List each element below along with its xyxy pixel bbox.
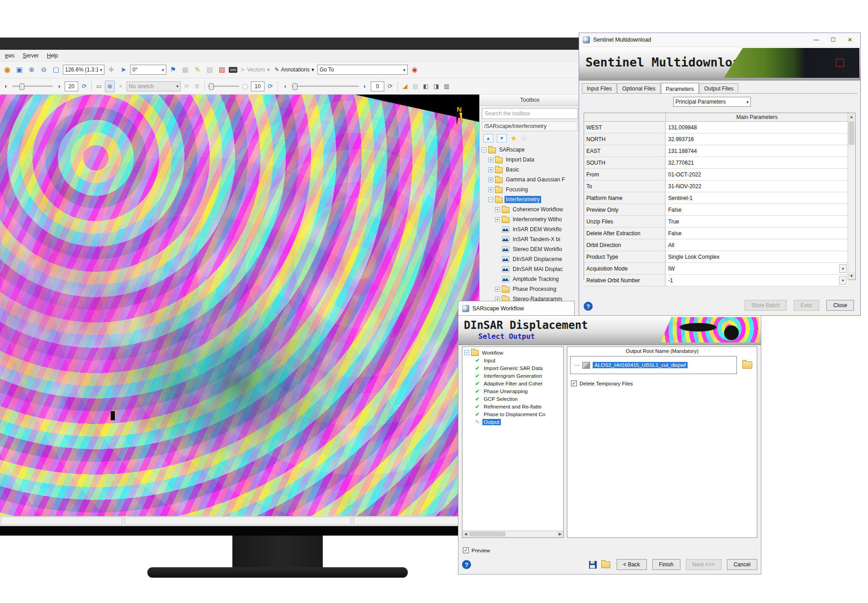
tree-expander-icon[interactable]: − [481,147,486,152]
wireframe-icon[interactable]: ▦ [180,64,191,75]
brightness-input[interactable]: 20 [65,81,78,91]
tab[interactable]: Optional Files [617,83,660,94]
transparency-reset-icon[interactable]: ⟳ [386,81,395,92]
unfavorite-star-icon[interactable]: ☆ [520,135,527,142]
workflow-step-item[interactable]: ✔ Refinement and Re-flatte [464,403,563,410]
tree-expander-icon[interactable]: + [495,207,500,212]
parameter-value-cell[interactable]: 131.009848 [665,122,848,133]
mask-icon[interactable]: ▧ [217,64,227,75]
tree-expander-icon[interactable]: + [488,167,493,172]
flag-icon[interactable]: ⚑ [168,64,179,75]
menu-item[interactable]: ews [1,51,19,60]
grid-icon[interactable]: ▨ [204,64,215,75]
parameter-value-cell[interactable]: 31-NOV-2022 [665,180,848,192]
tree-expander-icon[interactable]: + [488,187,493,192]
toolbox-tree-item[interactable]: + Focusing [480,185,580,195]
tree-expander-icon[interactable]: + [488,157,493,162]
layout-single-icon[interactable]: ◧ [421,81,430,92]
pan-icon[interactable]: ✚ [106,64,117,75]
toolbox-tree-item[interactable]: InSAR DEM Workflo [480,224,580,234]
parameter-value-cell[interactable]: Single Look Complex [665,251,848,262]
scroll-down-icon[interactable]: ▼ [848,272,855,280]
parameter-value-cell[interactable]: True [665,216,848,227]
close-button[interactable]: ✕ [843,37,857,43]
workflow-help-button[interactable]: ? [462,560,471,569]
toolbox-tree-item[interactable]: Stereo DEM Workflo [480,244,580,254]
image-icon[interactable]: ▤ [411,81,420,92]
toolbox-tree-item[interactable]: DInSAR MAI Displac [480,264,580,274]
toolbox-search-input[interactable]: Search the toolbox [482,108,578,119]
scroll-left-icon[interactable]: ◀ [462,531,469,537]
layout-grid-icon[interactable]: ▥ [442,81,451,92]
tab[interactable]: Parameters [661,83,699,94]
workflow-step-item[interactable]: ✔ Phase Unwrapping [464,387,563,395]
workflow-step-item[interactable]: ✎ Output [464,418,563,426]
stretch-reset-icon[interactable]: ⟳ [182,81,191,92]
table-scrollbar[interactable]: ▲ ▼ [848,113,855,280]
color-ramp-icon[interactable]: ◢ [401,81,410,92]
equalize-icon[interactable]: ≣ [193,81,202,92]
zoom-in-icon[interactable]: ⊕ [26,64,37,75]
toolbox-tree-item[interactable]: − Interferometry [480,195,580,204]
brightness-slider[interactable] [12,85,53,87]
delete-temp-files-row[interactable]: ✓ Delete Temporary Files [571,380,633,386]
dialog-button[interactable]: Close [826,300,854,311]
toolbox-tree-item[interactable]: − SARscape [480,145,580,155]
parameter-value-cell[interactable]: False [665,228,848,239]
workflow-step-item[interactable]: ✔ Input [464,356,563,364]
dropdown-arrow-icon[interactable]: ▾ [839,276,847,285]
scrollbar-thumb[interactable] [849,121,854,145]
parameter-value-cell[interactable]: 131.188744 [665,145,848,157]
tree-expander-icon[interactable]: + [488,177,493,182]
workflow-step-item[interactable]: ✔ GCP Selection [464,395,563,403]
toolbox-tree-item[interactable]: + Basic [480,165,580,175]
tree-expander-icon[interactable]: − [464,350,469,355]
expand-all-button[interactable]: ▼ [497,134,507,142]
toolbox-tree-item[interactable]: + Import Data [480,155,580,165]
scroll-up-icon[interactable]: ▲ [848,113,855,120]
delete-temp-checkbox[interactable]: ✓ [571,380,577,386]
image-display-area[interactable]: N [0,95,479,516]
dialog-button[interactable]: Cancel [727,559,757,570]
tree-expander-icon[interactable]: − [488,197,493,202]
save-icon[interactable] [589,561,597,569]
placemark-icon[interactable]: ◉ [409,64,420,75]
steps-horizontal-scrollbar[interactable]: ◀ ▶ [462,531,563,537]
toolbox-tree-item[interactable]: + Interferometry Witho [480,214,580,224]
parameter-group-combo[interactable]: Principal Parameters ▾ [673,97,751,107]
brightness-reset-icon[interactable]: ⟳ [80,81,89,92]
goto-combo[interactable]: Go To ▾ [317,65,408,75]
dialog-button[interactable]: Next >>> [686,559,722,570]
transparency-input[interactable]: 0 [371,81,384,91]
transparency-slider[interactable] [291,85,359,87]
zoom-level-combo[interactable]: 126.6% (1.3:1) ▾ [63,65,104,75]
parameter-value-cell[interactable]: 32.993716 [665,133,848,145]
collapse-all-button[interactable]: ▲ [483,134,493,142]
tab[interactable]: Output Files [699,83,739,94]
parameter-value-cell[interactable]: False [665,204,848,215]
coordinate-badge-icon[interactable]: 009 [229,67,237,73]
fly-icon[interactable]: ➤ [118,64,129,75]
sharpen-reset-icon[interactable]: ⟳ [266,81,275,92]
crosshair-icon[interactable]: ⌖ [116,81,125,92]
parameter-value-cell[interactable]: -1 ▾ [665,275,848,286]
workflow-step-item[interactable]: ✔ Adaptive Filter and Coher [464,380,563,387]
sharpen-input[interactable]: 10 [251,81,264,91]
dropdown-arrow-icon[interactable]: ▾ [839,264,847,273]
tree-expander-icon[interactable]: + [495,287,500,292]
sharpen-slider[interactable] [208,85,239,87]
zoom-out-icon[interactable]: ⊖ [38,64,49,75]
menu-item[interactable]: Help [43,51,62,60]
parameter-value-cell[interactable]: Sentinel-1 [665,192,848,204]
toolbox-tree-item[interactable]: + Phase Processing [480,284,580,294]
preview-row[interactable]: ✓ Preview [463,547,490,553]
workflow-step-item[interactable]: ✔ Import Generic SAR Data [464,364,563,372]
toolbox-tree-item[interactable]: + Coherence Workflow [480,204,580,214]
toolbox-path[interactable]: /SARscape/Interferometry [482,121,578,131]
tree-expander-icon[interactable]: + [495,217,500,222]
rotation-combo[interactable]: 0° ▾ [130,65,166,75]
dialog-button[interactable]: Finish [652,559,680,570]
parameter-value-cell[interactable]: IW ▾ [665,263,848,274]
toolbox-tree-item[interactable]: DInSAR Displaceme [480,254,580,264]
toolbox-tree-item[interactable]: + Gamma and Gaussian F [480,175,580,185]
